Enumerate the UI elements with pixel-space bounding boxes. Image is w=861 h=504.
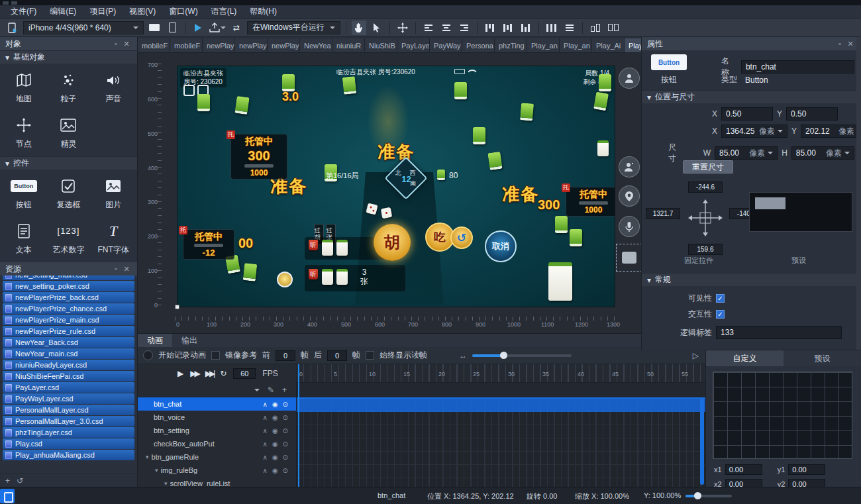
logic-tag-input[interactable]: 133 [716,326,842,339]
doc-tab[interactable]: mobileF [170,38,203,52]
resize-handle[interactable] [175,305,179,309]
tab-preset-curve[interactable]: 预设 [784,350,861,366]
resource-file[interactable]: new_setting_main.csd [3,276,134,280]
pencil-icon[interactable]: ✎ [268,385,274,395]
resource-file[interactable]: Play.csd [3,438,134,449]
frame-ruler[interactable]: 0 5 10 15 20 25 30 35 40 45 50 55 [297,364,705,383]
align-right-icon[interactable] [457,21,472,35]
eye-icon[interactable]: ◉ [272,454,278,461]
resource-file[interactable]: newPlayerPrize_main.csd [3,315,134,325]
device-select[interactable]: iPhone 4/4S(960 * 640) [23,21,144,34]
playhead[interactable] [298,364,299,487]
track-img-rulebg[interactable]: ▾ img_ruleBg ∧◉⊙ [138,464,296,477]
sync-icon[interactable]: ⇄ [229,21,244,35]
location-pin-icon[interactable] [619,185,640,207]
margin-left-input[interactable]: 1321.7 [646,208,680,219]
publish-button[interactable] [209,21,226,35]
track-checkbox-autoput[interactable]: checkBox_autoPut ∧◉⊙ [138,437,296,450]
refresh-icon[interactable]: ↺ [17,476,23,485]
distribute-h-icon[interactable] [544,21,559,35]
dock-icon[interactable]: ▫ [835,40,845,48]
avatar-icon[interactable] [619,68,640,89]
zoom-slider[interactable] [685,495,732,497]
move-tool-icon[interactable] [395,21,410,35]
close-icon[interactable]: ✕ [121,40,132,48]
distribute-v-icon[interactable] [562,21,577,35]
play-icon[interactable]: ▶ [177,369,183,378]
fast-forward-icon[interactable]: ▶▶ [190,369,198,378]
collapse-icon[interactable]: ∧ [263,440,268,448]
close-icon[interactable]: ✕ [845,40,856,48]
to-end-icon[interactable]: ▶▶| [205,369,214,378]
add-icon[interactable]: + [5,476,10,485]
timeline-zoom-slider[interactable] [472,354,572,357]
game-stage[interactable]: 临汾吉县夹张 房号: 230620 临汾吉县夹张 房号:230620 局数 1/… [177,66,615,307]
resource-file[interactable]: new_setting_poker.csd [3,281,134,291]
new-file-icon[interactable] [5,21,20,35]
always-show-checkbox[interactable] [366,351,374,360]
loop-icon[interactable]: ↻ [220,369,227,378]
doc-tab[interactable]: NewYea [300,38,332,52]
section-general[interactable]: ▾ 常规 [642,273,861,286]
chevron-down-icon[interactable] [778,130,783,132]
eye-icon[interactable]: ◉ [272,401,278,408]
avatar-add-icon[interactable] [619,156,640,177]
eye-icon[interactable]: ◉ [272,427,278,434]
resource-file[interactable]: newPlayerPrize_chance.csd [3,303,134,314]
object-item-checkbox[interactable]: 复选框 [46,172,91,215]
track-btn-gamerule[interactable]: ▾ btn_gameRule ∧◉⊙ [138,450,296,464]
resource-file[interactable]: PayWayLayer.csd [3,393,134,404]
y-percent-input[interactable]: 0.50 [786,107,838,121]
microphone-icon[interactable] [619,216,640,237]
doc-tab[interactable]: Persona [462,38,495,52]
select-tool-button[interactable] [370,21,384,35]
tab-animation[interactable]: 动画 [138,334,172,347]
track-btn-setting[interactable]: btn_setting ∧◉⊙ [138,424,296,437]
section-basic-objects[interactable]: ▾ 基础对象 [0,50,137,64]
doc-tab[interactable]: Play_an [527,38,560,52]
collapse-icon[interactable]: ∧ [263,454,268,461]
expand-icon[interactable]: ▾ [146,454,149,460]
doc-tab[interactable]: Play_an [560,38,592,52]
resource-file[interactable]: phzTingLayer.csd [3,427,134,438]
doc-tab[interactable]: PayWay [430,38,462,52]
selected-object-bounds[interactable] [616,244,641,272]
doc-tab[interactable]: niuniuR [332,38,365,52]
object-item-particle[interactable]: 粒子 [46,66,91,109]
name-input[interactable]: btn_chat [741,60,854,74]
menu-view[interactable]: 视图(V) [123,5,162,19]
y-position-input[interactable]: 202.12像素 [801,125,861,138]
timeline-keyframe-area[interactable]: 0 5 10 15 20 25 30 35 40 45 50 55 [297,364,705,487]
collapse-icon[interactable]: ∧ [263,427,268,434]
object-item-audio[interactable]: 声音 [91,66,136,109]
same-width-icon[interactable] [588,21,603,35]
record-icon[interactable] [143,350,153,360]
after-frames-input[interactable]: 0 [327,350,347,361]
resource-file[interactable]: Play_anhuaMaJiang.csd [3,450,134,460]
object-item-button[interactable]: Button 按钮 [1,172,46,215]
x-percent-input[interactable]: 0.50 [721,107,773,121]
properties-scrollbar[interactable] [856,37,861,350]
fps-input[interactable]: 60 [233,368,256,379]
menu-language[interactable]: 语言(L) [205,5,244,19]
eye-icon[interactable]: ◉ [272,414,278,421]
doc-tab[interactable]: newPlay [235,38,268,52]
resource-file[interactable]: NewYear_main.csd [3,348,134,359]
margin-bottom-input[interactable]: 159.6 [688,244,723,255]
plus-icon[interactable]: + [282,385,287,395]
collapse-icon[interactable]: ∧ [263,414,268,421]
scene-canvas[interactable]: 700 600 500 400 300 200 100 0 0 100 200 … [138,53,641,333]
orientation-portrait-button[interactable] [165,21,179,35]
resource-file[interactable]: NiuShiBieFenPai.csd [3,371,134,381]
keyframe-icon[interactable]: ⊙ [283,414,288,421]
reset-size-button[interactable]: 重置尺寸 [683,160,733,174]
play-outline-icon[interactable]: ▷ [693,351,699,360]
doc-tab[interactable]: newPlay [203,38,235,52]
visible-checkbox[interactable]: ✓ [716,294,725,303]
orientation-landscape-button[interactable] [147,21,162,35]
resource-file[interactable]: PayLayer.csd [3,382,134,393]
eye-icon[interactable]: ◉ [272,440,278,448]
resource-file[interactable]: niuniuReadyLayer.csd [3,360,134,370]
resource-file[interactable]: newPlayerPrize_back.csd [3,292,134,303]
keyframe-grid[interactable] [297,397,705,487]
